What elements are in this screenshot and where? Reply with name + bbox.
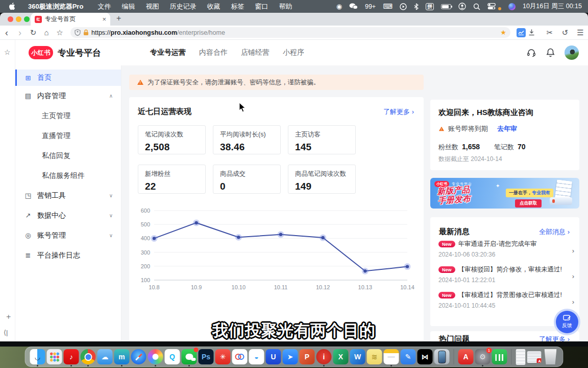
menubar-menu-4[interactable]: 收藏 [207, 2, 220, 11]
window-minimize-button[interactable] [16, 16, 21, 22]
sidebar-item-内容管理[interactable]: ▤内容管理∧ [15, 86, 121, 106]
screen-record-icon[interactable]: ◉ [336, 3, 342, 10]
dock-item-word[interactable]: W [350, 349, 365, 364]
dock-item-iphone-mirroring[interactable] [434, 349, 450, 364]
home-button[interactable]: ⌂ [40, 28, 53, 37]
promo-banner[interactable]: 小红书 专业号平台 新版产品手册发布 ✦ 一册在手，专业我有 点击获取 [430, 178, 579, 209]
menubar-app-name[interactable]: 360极速浏览器Pro [28, 2, 83, 11]
battery-icon[interactable] [441, 4, 451, 9]
dock-item-wechat[interactable] [182, 349, 197, 364]
bookmark-bar-button[interactable]: ☆ [53, 28, 66, 37]
wechat-status-icon[interactable] [349, 3, 358, 10]
bookmark-star-icon[interactable]: ★ [500, 29, 506, 36]
browser-menu-icon[interactable]: ☰ [574, 28, 587, 37]
dock-item-notes[interactable]: — [384, 349, 399, 364]
menubar-menu-5[interactable]: 标签 [231, 2, 244, 11]
stat-card-新增粉丝[interactable]: 新增粉丝22 [138, 165, 206, 194]
chevron-right-icon[interactable]: › [572, 272, 574, 280]
sidebar-subitem-私信回复[interactable]: 私信回复 [15, 146, 121, 166]
dock-item-minimized-window-1[interactable] [516, 349, 526, 365]
bluetooth-icon[interactable] [414, 3, 419, 10]
dock-item-capcut[interactable]: ⋈ [418, 349, 433, 364]
nav-内容合作[interactable]: 内容合作 [199, 48, 228, 57]
sidebar-item-数据中心[interactable]: ↗数据中心∨ [15, 205, 121, 225]
dock-item-note-edit-app[interactable]: ✎ [401, 349, 416, 364]
sidebar-item-账号管理[interactable]: ◎账号管理∨ [15, 225, 121, 245]
stat-card-平均阅读时长(s)[interactable]: 平均阅读时长(s)38.46 [213, 125, 281, 154]
nav-小程序[interactable]: 小程序 [283, 48, 304, 57]
support-headset-icon[interactable] [526, 48, 536, 58]
nav-专业号运营[interactable]: 专业号运营 [150, 48, 186, 57]
dock-item-maxthon-browser[interactable]: m [114, 349, 130, 364]
shield-icon[interactable] [75, 29, 81, 36]
dock-item-powerpoint[interactable]: P [300, 349, 315, 364]
dock-item-safari[interactable] [131, 349, 146, 364]
user-avatar[interactable] [565, 45, 579, 60]
download-icon[interactable] [528, 29, 541, 36]
stat-card-商品成交[interactable]: 商品成交0 [213, 165, 281, 194]
dock-item-launchpad[interactable] [47, 349, 62, 364]
dock-item-netease-music[interactable]: ♪ [64, 349, 79, 364]
sidebar-item-营销工具[interactable]: ◳营销工具∨ [15, 186, 121, 205]
menubar-menu-1[interactable]: 编辑 [121, 2, 135, 11]
input-method-icon[interactable]: 拼 [426, 3, 434, 10]
menubar-menu-6[interactable]: 窗口 [255, 2, 268, 11]
dock-item-red-dial-app[interactable]: ✳ [215, 349, 231, 364]
extension-icon[interactable] [517, 28, 526, 37]
screenshot-scissors-icon[interactable]: ✂ [543, 28, 556, 37]
dock-item-qq[interactable]: Q [165, 349, 180, 364]
overview-more-link[interactable]: 了解更多 › [383, 107, 414, 117]
chevron-right-icon[interactable]: › [572, 247, 574, 255]
siri-icon[interactable] [508, 3, 516, 10]
chevron-down-icon[interactable]: ∨ [109, 213, 113, 218]
menubar-menu-7[interactable]: 帮助 [279, 2, 292, 11]
window-zoom-button[interactable] [24, 16, 30, 22]
forward-button[interactable]: › [13, 28, 27, 37]
chevron-up-icon[interactable]: ∧ [109, 93, 113, 99]
tab-close-icon[interactable]: × [102, 16, 106, 22]
play-status-icon[interactable] [400, 3, 407, 10]
dock-item-excel[interactable]: X [333, 349, 349, 364]
dock-item-chat-app[interactable]: ◒ [249, 349, 264, 364]
spotlight-search-icon[interactable] [473, 3, 480, 10]
dock-item-stickies[interactable]: ≋ [367, 349, 382, 364]
dock-item-uc-browser[interactable]: U [266, 349, 281, 364]
dock-item-colorful-browser[interactable] [148, 349, 163, 364]
sidebar-subitem-主页管理[interactable]: 主页管理 [15, 106, 121, 126]
refresh-button[interactable]: ↻ [27, 28, 40, 37]
undo-icon[interactable]: ↺ [558, 28, 572, 37]
dock-item-chrome[interactable] [81, 349, 96, 364]
stat-card-主页访客[interactable]: 主页访客145 [288, 125, 356, 154]
message-item[interactable]: New【审核驳回】简介修改，审核未通过!2024-10-01 12:22:01› [438, 265, 575, 291]
sidebar-subitem-私信服务组件[interactable]: 私信服务组件 [15, 166, 121, 186]
stat-card-笔记阅读次数[interactable]: 笔记阅读次数2,508 [138, 125, 206, 154]
message-item[interactable]: New【审核通过】背景图修改已审核通过!2024-10-01 10:44:45› [438, 291, 575, 316]
control-center-icon[interactable] [487, 3, 496, 10]
favorites-rail-icon[interactable]: ☆ [4, 48, 11, 56]
chevron-down-icon[interactable]: ∨ [109, 193, 113, 198]
menubar-menu-3[interactable]: 历史记录 [169, 2, 196, 11]
back-button[interactable]: ‹ [0, 28, 13, 37]
dock-item-aisi-helper[interactable]: i [316, 349, 332, 364]
sidebar-item-首页[interactable]: ⊞首页 [15, 70, 121, 86]
all-messages-link[interactable]: 全部消息 › [539, 227, 570, 237]
menubar-menu-0[interactable]: 文件 [97, 2, 111, 11]
dock-item-three-rings-app[interactable] [232, 349, 248, 364]
keyboard-icon[interactable]: ⌨ [383, 3, 393, 10]
browser-tab[interactable]: 红 专业号首页 × [31, 13, 110, 26]
chevron-right-icon[interactable]: › [572, 298, 574, 306]
dock-item-trash[interactable] [543, 349, 558, 364]
user-account-icon[interactable] [458, 3, 466, 10]
chevron-down-icon[interactable]: ∨ [109, 233, 113, 238]
nav-店铺经营[interactable]: 店铺经营 [241, 48, 270, 57]
new-tab-button[interactable]: + [116, 14, 121, 23]
renew-link[interactable]: 去年审 [497, 124, 517, 133]
menubar-clock[interactable]: 10月16日 周三 00:15 [523, 2, 582, 11]
address-bar[interactable]: https://pro.xiaohongshu.com/enterprise/h… [70, 27, 510, 38]
dock-item-red-a-app[interactable]: A [458, 349, 474, 364]
dock-item-stocks-app[interactable] [492, 349, 507, 364]
stat-card-商品笔记阅读次数[interactable]: 商品笔记阅读次数149 [288, 165, 356, 194]
notification-bell-icon[interactable] [546, 48, 555, 58]
window-close-button[interactable] [8, 16, 13, 22]
message-item[interactable]: New年审通道开启-请您完成年审2024-10-06 03:20:36› [438, 240, 575, 265]
